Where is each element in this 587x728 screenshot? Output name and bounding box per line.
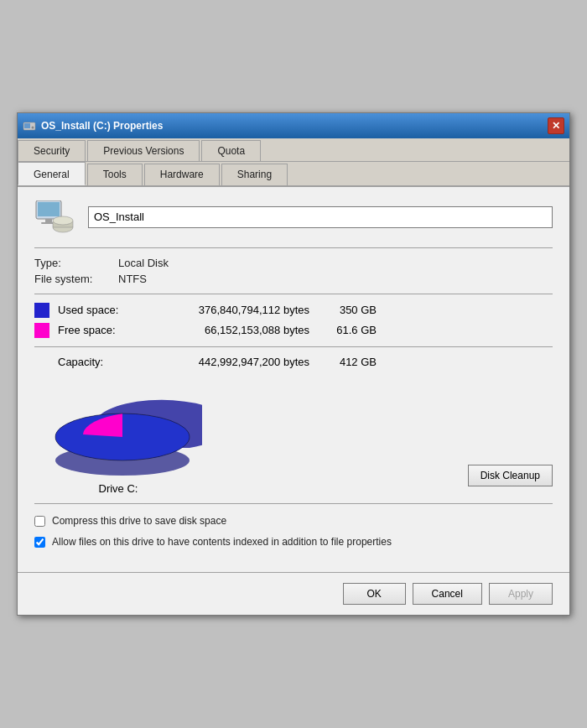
used-color-box xyxy=(34,303,49,318)
used-label: Used space: xyxy=(58,304,142,316)
pie-label: Drive C: xyxy=(99,482,138,495)
tab-hardware[interactable]: Hardware xyxy=(144,164,220,185)
tab-general[interactable]: General xyxy=(18,162,86,185)
ok-button[interactable]: OK xyxy=(343,583,406,605)
drive-icon xyxy=(34,200,75,234)
title-bar: OS_Install (C:) Properties ✕ xyxy=(18,113,569,138)
checkboxes: Compress this drive to save disk space A… xyxy=(34,514,553,549)
drive-name-input[interactable] xyxy=(88,206,553,228)
svg-rect-1 xyxy=(24,123,30,128)
compress-checkbox[interactable] xyxy=(34,516,45,527)
bottom-buttons: OK Cancel Apply xyxy=(18,572,569,615)
svg-rect-4 xyxy=(38,202,60,216)
type-value: Local Disk xyxy=(118,257,169,269)
window-icon xyxy=(23,119,36,133)
free-gb: 61.6 GB xyxy=(309,324,377,336)
used-bytes: 376,840,794,112 bytes xyxy=(142,304,309,316)
separator-3 xyxy=(34,346,553,347)
capacity-label: Capacity: xyxy=(58,356,142,368)
window-title: OS_Install (C:) Properties xyxy=(41,120,163,132)
disk-cleanup-button[interactable]: Disk Cleanup xyxy=(468,465,553,486)
separator-4 xyxy=(34,503,553,504)
tabs-row1: Security Previous Versions Quota xyxy=(18,138,569,162)
free-bytes: 66,152,153,088 bytes xyxy=(142,324,309,336)
svg-point-9 xyxy=(53,216,73,225)
tabs-row2: General Tools Hardware Sharing xyxy=(18,162,569,187)
apply-button[interactable]: Apply xyxy=(489,583,553,605)
type-label: Type: xyxy=(34,257,118,269)
compress-row: Compress this drive to save disk space xyxy=(34,514,553,528)
filesystem-row: File system: NTFS xyxy=(34,273,553,285)
used-space-row: Used space: 376,840,794,112 bytes 350 GB xyxy=(34,303,553,318)
index-row: Allow files on this drive to have conten… xyxy=(34,535,553,549)
svg-rect-5 xyxy=(45,219,52,222)
type-row: Type: Local Disk xyxy=(34,257,553,269)
properties-window: OS_Install (C:) Properties ✕ Security Pr… xyxy=(17,112,570,616)
tab-quota[interactable]: Quota xyxy=(201,140,261,161)
close-button[interactable]: ✕ xyxy=(548,117,564,134)
title-bar-left: OS_Install (C:) Properties xyxy=(23,119,163,133)
free-space-row: Free space: 66,152,153,088 bytes 61.6 GB xyxy=(34,323,553,338)
compress-label: Compress this drive to save disk space xyxy=(52,514,226,528)
index-checkbox[interactable] xyxy=(34,537,45,548)
drive-header xyxy=(34,200,553,234)
tab-security[interactable]: Security xyxy=(18,140,86,161)
cancel-button[interactable]: Cancel xyxy=(413,583,482,605)
filesystem-label: File system: xyxy=(34,273,118,285)
pie-chart xyxy=(34,377,202,477)
separator-1 xyxy=(34,247,553,248)
pie-left: Drive C: xyxy=(34,377,202,495)
free-label: Free space: xyxy=(58,324,142,336)
tab-sharing[interactable]: Sharing xyxy=(221,164,288,185)
capacity-row: Capacity: 442,992,947,200 bytes 412 GB xyxy=(34,356,553,368)
capacity-bytes: 442,992,947,200 bytes xyxy=(142,356,309,368)
used-gb: 350 GB xyxy=(309,304,377,316)
filesystem-value: NTFS xyxy=(118,273,147,285)
capacity-gb: 412 GB xyxy=(309,356,377,368)
tab-previous-versions[interactable]: Previous Versions xyxy=(87,140,200,161)
tab-tools[interactable]: Tools xyxy=(87,164,143,185)
separator-2 xyxy=(34,294,553,294)
free-color-box xyxy=(34,323,49,338)
svg-point-2 xyxy=(32,126,34,128)
content-area: Type: Local Disk File system: NTFS Used … xyxy=(18,187,569,573)
pie-section: Drive C: Disk Cleanup xyxy=(34,377,553,495)
index-label: Allow files on this drive to have conten… xyxy=(52,535,392,549)
pie-right: Disk Cleanup xyxy=(468,465,553,495)
